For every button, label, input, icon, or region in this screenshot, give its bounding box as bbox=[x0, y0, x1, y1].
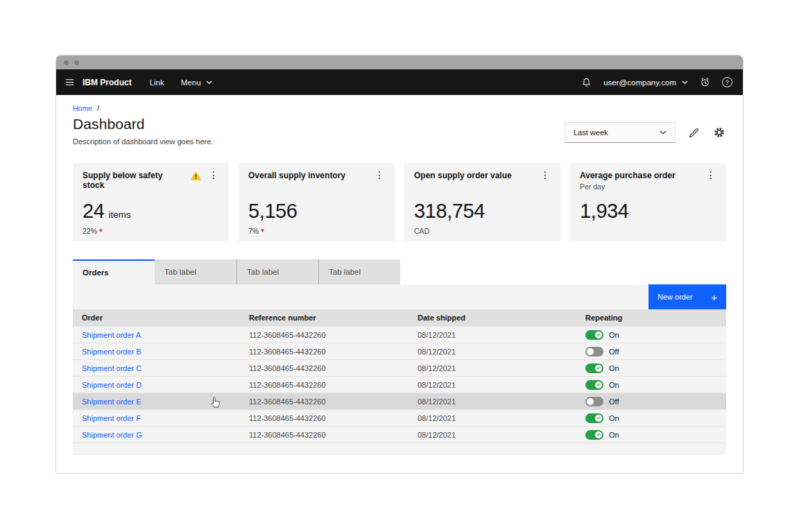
kpi-card-average-purchase-order: Average purchase order ⋮ Per day 1,934 bbox=[570, 163, 726, 241]
order-link[interactable]: Shipment order D bbox=[82, 381, 141, 389]
repeating-toggle[interactable] bbox=[585, 430, 603, 440]
toggle-state-label: On bbox=[609, 431, 619, 439]
period-select-value: Last week bbox=[574, 128, 608, 137]
tab-label-2[interactable]: Tab label bbox=[237, 259, 318, 284]
card-unit: CAD bbox=[414, 227, 429, 235]
order-link[interactable]: Shipment order G bbox=[82, 431, 142, 439]
card-value: 24 bbox=[83, 200, 104, 223]
reference-number: 112-3608465-4432260 bbox=[240, 364, 409, 372]
overflow-menu-icon[interactable]: ⋮ bbox=[539, 171, 551, 180]
caret-down-icon: ▾ bbox=[99, 228, 103, 234]
breadcrumb: Home / bbox=[73, 95, 726, 112]
date-shipped: 08/12/2021 bbox=[409, 331, 576, 339]
date-shipped: 08/12/2021 bbox=[409, 364, 576, 372]
card-value: 318,754 bbox=[414, 200, 485, 223]
breadcrumb-home-link[interactable]: Home bbox=[73, 104, 92, 112]
reference-number: 112-3608465-4432260 bbox=[240, 331, 409, 339]
date-shipped: 08/12/2021 bbox=[409, 397, 576, 406]
overflow-menu-icon[interactable]: ⋮ bbox=[705, 171, 717, 180]
alarm-button[interactable] bbox=[700, 77, 710, 87]
repeating-toggle[interactable] bbox=[585, 347, 603, 357]
card-delta: 22% bbox=[83, 227, 97, 235]
card-value: 1,934 bbox=[580, 200, 629, 223]
toggle-state-label: Off bbox=[609, 347, 619, 356]
order-link[interactable]: Shipment order E bbox=[82, 397, 141, 406]
tab-label-1[interactable]: Tab label bbox=[155, 259, 237, 284]
table-row-hovered[interactable]: Shipment order E 112-3608465-4432260 08/… bbox=[73, 393, 726, 409]
toggle-state-label: On bbox=[609, 364, 619, 372]
period-select[interactable]: Last week bbox=[565, 122, 676, 143]
page-title: Dashboard bbox=[73, 116, 213, 132]
table-row[interactable]: Shipment order G 112-3608465-4432260 08/… bbox=[73, 426, 726, 443]
table-row[interactable]: Shipment order F 112-3608465-4432260 08/… bbox=[73, 409, 726, 426]
alarm-icon bbox=[700, 77, 710, 87]
reference-number: 112-3608465-4432260 bbox=[240, 414, 409, 422]
card-value-suffix: items bbox=[108, 209, 130, 220]
window-control-dot[interactable] bbox=[64, 60, 69, 65]
overflow-menu-icon[interactable]: ⋮ bbox=[207, 171, 220, 180]
order-link[interactable]: Shipment order A bbox=[82, 331, 141, 339]
tabs: Orders Tab label Tab label Tab label bbox=[73, 259, 726, 284]
tab-label-3[interactable]: Tab label bbox=[318, 259, 400, 284]
repeating-toggle[interactable] bbox=[585, 330, 603, 340]
table-row[interactable]: Shipment order A 112-3608465-4432260 08/… bbox=[73, 326, 726, 343]
table-toolbar: New order + bbox=[73, 284, 726, 309]
column-header-repeating: Repeating bbox=[576, 314, 726, 322]
table-footer-spacer bbox=[73, 443, 726, 455]
caret-down-icon: ▾ bbox=[261, 228, 264, 234]
header-nav: Link Menu bbox=[150, 78, 212, 87]
browser-window: IBM Product Link Menu user@company.com ? bbox=[55, 55, 744, 474]
repeating-toggle[interactable] bbox=[585, 413, 603, 423]
product-name: IBM Product bbox=[83, 78, 132, 87]
table-header-row: Order Reference number Date shipped Repe… bbox=[73, 309, 726, 326]
toggle-state-label: On bbox=[609, 381, 619, 389]
app-header: IBM Product Link Menu user@company.com ? bbox=[56, 69, 743, 95]
kpi-card-overall-supply-inventory: Overall supply inventory ⋮ 5,156 7% ▾ bbox=[239, 163, 395, 241]
page-content: Home / Dashboard Description of dashboar… bbox=[56, 95, 743, 473]
user-menu[interactable]: user@company.com bbox=[603, 78, 688, 87]
bell-icon bbox=[581, 77, 592, 87]
nav-link[interactable]: Link bbox=[150, 78, 164, 87]
new-order-button[interactable]: New order + bbox=[648, 284, 726, 309]
order-link[interactable]: Shipment order C bbox=[82, 364, 141, 372]
hamburger-menu-icon[interactable] bbox=[56, 69, 83, 95]
plus-icon: + bbox=[711, 292, 717, 302]
overflow-menu-icon[interactable]: ⋮ bbox=[373, 171, 386, 180]
edit-button[interactable] bbox=[687, 126, 701, 139]
window-titlebar bbox=[56, 55, 743, 69]
reference-number: 112-3608465-4432260 bbox=[240, 381, 409, 389]
card-title: Open supply order value bbox=[414, 171, 533, 180]
gear-icon bbox=[714, 127, 725, 138]
repeating-toggle[interactable] bbox=[585, 397, 603, 406]
table-row[interactable]: Shipment order C 112-3608465-4432260 08/… bbox=[73, 359, 726, 376]
tab-orders[interactable]: Orders bbox=[73, 259, 155, 284]
chevron-down-icon bbox=[206, 80, 212, 85]
page-description: Description of dashboard view goes here. bbox=[73, 137, 213, 146]
pencil-icon bbox=[689, 128, 699, 138]
order-link[interactable]: Shipment order B bbox=[82, 347, 141, 356]
table-row[interactable]: Shipment order D 112-3608465-4432260 08/… bbox=[73, 376, 726, 393]
toggle-state-label: On bbox=[609, 414, 619, 422]
card-delta: 7% bbox=[248, 227, 259, 235]
date-shipped: 08/12/2021 bbox=[409, 431, 576, 439]
column-header-order: Order bbox=[73, 314, 240, 322]
toggle-state-label: Off bbox=[609, 397, 619, 406]
date-shipped: 08/12/2021 bbox=[409, 414, 576, 422]
repeating-toggle[interactable] bbox=[585, 380, 603, 390]
chevron-down-icon bbox=[660, 130, 667, 135]
help-button[interactable]: ? bbox=[722, 77, 732, 87]
nav-menu[interactable]: Menu bbox=[181, 78, 212, 87]
breadcrumb-separator: / bbox=[97, 104, 99, 112]
order-link[interactable]: Shipment order F bbox=[82, 414, 141, 422]
chevron-down-icon bbox=[682, 80, 688, 85]
card-title: Overall supply inventory bbox=[248, 171, 367, 180]
kpi-cards: Supply below safety stock ⋮ 24 items 22%… bbox=[73, 163, 726, 241]
repeating-toggle[interactable] bbox=[585, 363, 603, 373]
reference-number: 112-3608465-4432260 bbox=[240, 397, 409, 406]
help-icon: ? bbox=[722, 77, 732, 87]
card-value: 5,156 bbox=[248, 200, 298, 223]
window-control-dot[interactable] bbox=[74, 60, 79, 65]
notifications-button[interactable] bbox=[581, 77, 592, 87]
settings-button[interactable] bbox=[712, 126, 726, 139]
table-row[interactable]: Shipment order B 112-3608465-4432260 08/… bbox=[73, 343, 726, 359]
